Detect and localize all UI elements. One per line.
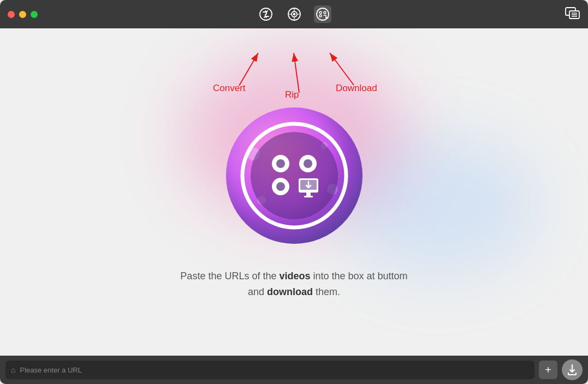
svg-rect-33: [306, 193, 311, 196]
app-logo: [223, 105, 365, 247]
titlebar: [0, 0, 588, 28]
home-icon: ⌂: [11, 365, 15, 374]
convert-tab-button[interactable]: [257, 5, 275, 23]
minimize-button[interactable]: [19, 11, 26, 18]
svg-point-7: [319, 15, 322, 17]
svg-point-6: [324, 11, 326, 14]
svg-point-24: [251, 132, 338, 219]
titlebar-icons: [257, 5, 331, 23]
main-content: Convert Rip Download: [0, 28, 588, 356]
desc-line2-after: them.: [313, 286, 340, 297]
start-download-button[interactable]: [562, 359, 583, 380]
desc-bold-videos: videos: [279, 271, 310, 281]
download-tab-button[interactable]: [314, 5, 331, 23]
bottom-bar: ⌂ +: [0, 356, 588, 384]
add-url-button[interactable]: +: [539, 361, 557, 379]
svg-point-28: [304, 159, 312, 168]
close-button[interactable]: [8, 11, 15, 18]
svg-point-0: [260, 8, 272, 20]
svg-rect-34: [304, 196, 313, 197]
svg-point-3: [293, 14, 295, 15]
desc-line1-before: Paste the URLs of the: [180, 271, 279, 281]
rip-tab-button[interactable]: [286, 5, 303, 23]
bg-blob-blue: [342, 137, 533, 274]
app-window: Convert Rip Download: [0, 0, 588, 384]
description-text: Paste the URLs of the videos into the bo…: [180, 268, 407, 300]
maximize-button[interactable]: [31, 11, 38, 18]
traffic-lights: [8, 11, 38, 18]
svg-point-5: [319, 11, 322, 14]
titlebar-right-icon[interactable]: [565, 7, 580, 21]
url-input-wrapper: ⌂: [5, 361, 534, 379]
svg-point-26: [276, 159, 285, 168]
desc-line1-after: into the box at buttom: [311, 271, 408, 281]
svg-point-30: [276, 182, 285, 191]
desc-bold-download: download: [267, 286, 313, 297]
desc-line2-before: and: [248, 286, 267, 297]
url-input[interactable]: [20, 366, 529, 374]
